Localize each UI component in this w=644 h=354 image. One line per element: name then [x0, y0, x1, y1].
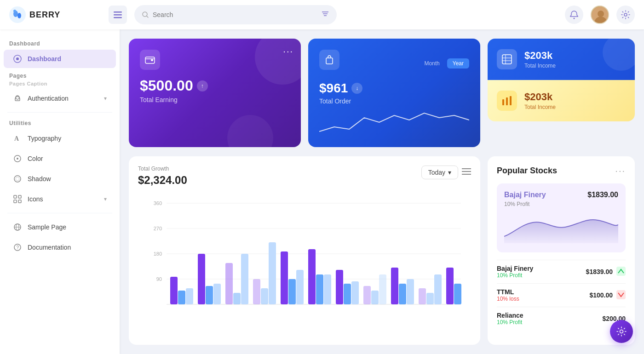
tab-month[interactable]: Month	[419, 58, 445, 69]
filter-button[interactable]	[321, 10, 329, 20]
mini-yellow-info: $203k Total Income	[524, 91, 556, 110]
svg-rect-74	[336, 270, 343, 304]
search-input[interactable]	[153, 11, 317, 18]
section-pages-label: Pages	[0, 69, 120, 81]
svg-rect-62	[225, 263, 233, 304]
search-bar	[134, 5, 337, 24]
svg-point-14	[598, 11, 604, 17]
avatar[interactable]	[591, 6, 609, 24]
sidebar-item-icons[interactable]: Icons ▾	[4, 190, 116, 208]
stock-row-2: TTML 10% loss $100.00	[497, 283, 626, 307]
fab-settings-button[interactable]	[610, 320, 633, 343]
section-dashboard-label: Dashboard	[0, 37, 120, 49]
stock-row-3: Reliance 10% Profit $200.00	[497, 307, 626, 330]
svg-rect-66	[261, 288, 268, 304]
right-panel: $203k Total Income $203k Total	[488, 39, 635, 147]
order-tabs: Month Year	[419, 58, 469, 69]
auth-icon	[13, 94, 22, 103]
stock-name-2: TTML	[497, 288, 519, 296]
chart-title-area: Total Growth $2,324.00	[138, 166, 187, 187]
stock-profit-3: 10% Profit	[497, 319, 523, 325]
svg-rect-36	[326, 58, 333, 64]
order-card-top: Month Year	[319, 50, 469, 77]
stock-profit-1: 10% Profit	[497, 272, 533, 279]
sidebar-item-authentication[interactable]: Authentication ▾	[4, 89, 116, 108]
mini-card-blue: $203k Total Income	[488, 39, 635, 80]
svg-text:90: 90	[156, 276, 162, 282]
svg-rect-24	[14, 195, 17, 198]
section-utilities-label: Utilities	[0, 116, 120, 128]
svg-rect-67	[269, 242, 276, 304]
settings-button[interactable]	[616, 6, 635, 24]
svg-rect-60	[206, 286, 213, 304]
notification-button[interactable]	[565, 6, 583, 24]
grid-icon	[13, 195, 22, 203]
stock-row-1: Bajaj Finery 10% Profit $1839.00	[497, 260, 626, 283]
stocks-menu-button[interactable]: ···	[615, 166, 626, 176]
svg-text:?: ?	[17, 245, 19, 250]
svg-rect-64	[241, 254, 248, 304]
mini-yellow-amount: $203k	[524, 91, 556, 103]
menu-lines-icon	[462, 168, 471, 175]
app-name: BERRY	[29, 10, 60, 20]
svg-rect-73	[324, 274, 331, 304]
svg-rect-72	[316, 274, 323, 304]
mini-icon-yellow	[497, 91, 517, 111]
home-icon	[13, 55, 22, 63]
stock-row-left-1: Bajaj Finery 10% Profit	[497, 265, 533, 279]
svg-point-18	[16, 96, 19, 99]
tab-year[interactable]: Year	[447, 58, 469, 69]
svg-point-17	[16, 57, 19, 60]
order-label: Total Order	[319, 97, 469, 105]
sidebar-divider-1	[7, 112, 112, 113]
svg-rect-85	[434, 274, 442, 304]
svg-rect-5	[114, 14, 122, 16]
sidebar-item-documentation[interactable]: ? Documentation	[4, 238, 116, 257]
help-icon: ?	[13, 243, 22, 251]
svg-rect-82	[407, 279, 414, 304]
top-cards-row: ··· $500.00 ↑ Total Earning Month Year	[129, 39, 635, 147]
shadow-icon	[13, 174, 22, 183]
layout: Dashboard Dashboard Pages Pages Caption …	[0, 29, 644, 354]
svg-rect-58	[186, 288, 193, 304]
chart-title-label: Total Growth	[138, 166, 187, 172]
svg-point-22	[14, 176, 21, 182]
svg-rect-70	[296, 270, 304, 304]
circle-icon	[13, 175, 22, 183]
sidebar-item-color[interactable]: Color	[4, 149, 116, 168]
order-chart	[319, 108, 469, 136]
sidebar-item-sample-page[interactable]: Sample Page	[4, 218, 116, 236]
sidebar-item-dashboard[interactable]: Dashboard	[4, 50, 116, 68]
stock-feat-price: $1839.00	[587, 191, 618, 199]
svg-rect-65	[253, 279, 260, 304]
user-avatar	[592, 6, 609, 24]
chart-menu-button[interactable]	[462, 168, 471, 177]
sidebar-item-typography[interactable]: A Typography	[4, 129, 116, 148]
svg-rect-81	[399, 284, 406, 304]
svg-rect-75	[344, 284, 351, 304]
svg-rect-43	[510, 96, 512, 105]
down-arrow-2	[616, 290, 626, 301]
svg-point-3	[13, 10, 16, 12]
sidebar-item-shadow[interactable]: Shadow	[4, 170, 116, 188]
svg-rect-83	[419, 288, 426, 304]
today-button[interactable]: Today ▾	[421, 166, 458, 179]
svg-rect-69	[288, 279, 296, 304]
svg-rect-78	[371, 291, 379, 304]
svg-text:270: 270	[154, 226, 162, 231]
svg-rect-88	[616, 267, 626, 276]
hamburger-button[interactable]	[109, 6, 127, 24]
logo: BERRY	[9, 6, 101, 23]
svg-rect-42	[506, 97, 508, 105]
bell-icon	[569, 10, 579, 19]
card-earning: ··· $500.00 ↑ Total Earning	[129, 39, 301, 147]
header: BERRY	[0, 0, 644, 29]
sidebar: Dashboard Dashboard Pages Pages Caption …	[0, 29, 120, 354]
svg-rect-63	[233, 293, 241, 304]
filter-icon	[321, 10, 329, 18]
earning-menu-button[interactable]: ···	[283, 46, 293, 57]
trend-up-icon-1	[616, 267, 626, 276]
stock-feat-profit: 10% Profit	[504, 201, 618, 207]
mini-blue-label: Total Income	[524, 63, 556, 69]
stock-right-2: $100.00	[589, 290, 626, 301]
